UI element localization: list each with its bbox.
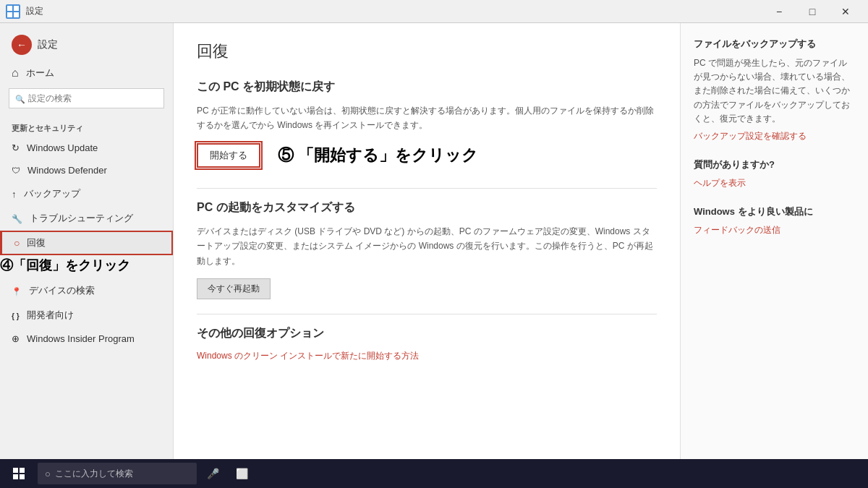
insider-icon bbox=[12, 333, 20, 344]
sidebar-item-label: 開発者向け bbox=[27, 309, 74, 322]
shield-icon bbox=[12, 165, 20, 176]
right-help-title: 質問がありますか? bbox=[694, 158, 855, 171]
sidebar-item-devmode[interactable]: 開発者向け bbox=[0, 303, 173, 328]
taskbar-mic-icon[interactable] bbox=[200, 459, 226, 488]
home-icon bbox=[12, 67, 19, 80]
maximize-button[interactable]: □ bbox=[796, 0, 829, 23]
sidebar-item-recovery[interactable]: 回復 bbox=[0, 231, 173, 255]
restart-now-button[interactable]: 今すぐ再起動 bbox=[197, 278, 271, 299]
section1-title: この PC を初期状態に戻す bbox=[197, 80, 657, 95]
right-backup-title: ファイルをバックアップする bbox=[694, 38, 855, 51]
sidebar-item-label: Windows Update bbox=[27, 142, 98, 153]
home-label: ホーム bbox=[26, 67, 54, 80]
start-btn-container: 開始する ⑤ 「開始する」をクリック bbox=[197, 143, 657, 168]
refresh-icon bbox=[12, 142, 20, 153]
right-feedback-title: Windows をより良い製品に bbox=[694, 205, 855, 218]
search-icon bbox=[15, 92, 25, 105]
sidebar-item-insider[interactable]: Windows Insider Program bbox=[0, 328, 173, 350]
right-section-backup: ファイルをバックアップする PC で問題が発生したら、元のファイルが見つからない… bbox=[694, 38, 855, 142]
sidebar-item-label: 回復 bbox=[27, 236, 46, 249]
help-link[interactable]: ヘルプを表示 bbox=[694, 178, 746, 188]
right-section-help: 質問がありますか? ヘルプを表示 bbox=[694, 158, 855, 189]
section1-desc: PC が正常に動作していない場合は、初期状態に戻すと解決する場合があります。個人… bbox=[197, 103, 657, 133]
windows-taskbar-logo bbox=[13, 468, 25, 479]
sidebar-item-troubleshoot[interactable]: トラブルシューティング bbox=[0, 206, 173, 231]
sidebar-item-label: デバイスの検索 bbox=[29, 284, 95, 297]
mic-icon bbox=[207, 467, 219, 480]
window-controls: − □ ✕ bbox=[762, 0, 862, 23]
devfind-icon bbox=[12, 286, 22, 296]
section2-desc: デバイスまたはディスク (USB ドライブや DVD など) からの起動、PC … bbox=[197, 224, 657, 268]
divider-2 bbox=[197, 314, 657, 314]
taskbar-search-label: ここに入力して検索 bbox=[55, 468, 133, 480]
right-panel: ファイルをバックアップする PC で問題が発生したら、元のファイルが見つからない… bbox=[680, 23, 868, 488]
right-backup-desc: PC で問題が発生したら、元のファイルが見つからない場合、壊れている場合、また削… bbox=[694, 56, 855, 126]
backup-settings-link[interactable]: バックアップ設定を確認する bbox=[694, 131, 807, 141]
app-icon bbox=[6, 4, 20, 19]
recovery-icon bbox=[14, 237, 20, 249]
trouble-icon bbox=[12, 213, 22, 224]
dev-icon bbox=[12, 310, 20, 321]
sidebar: ← 設定 ホーム 更新とセキュリティ Windows Update Window… bbox=[0, 23, 174, 488]
content-area: ← 設定 ホーム 更新とセキュリティ Windows Update Window… bbox=[0, 23, 868, 488]
close-button[interactable]: ✕ bbox=[829, 0, 862, 23]
sidebar-item-label: Windows Insider Program bbox=[27, 333, 135, 344]
sidebar-section-label: 更新とセキュリティ bbox=[0, 117, 173, 137]
title-bar: 設定 − □ ✕ bbox=[0, 0, 868, 23]
sidebar-header: ← 設定 bbox=[0, 23, 173, 61]
feedback-link[interactable]: フィードバックの送信 bbox=[694, 225, 780, 235]
taskbar-search-box[interactable]: ○ ここに入力して検索 bbox=[38, 463, 197, 484]
sidebar-item-devfind[interactable]: デバイスの検索 bbox=[0, 278, 173, 303]
sidebar-item-windows-defender[interactable]: Windows Defender bbox=[0, 159, 173, 181]
divider-1 bbox=[197, 188, 657, 189]
sidebar-item-label: トラブルシューティング bbox=[30, 212, 133, 225]
section3-title: その他の回復オプション bbox=[197, 326, 657, 341]
clean-install-link[interactable]: Windows のクリーン インストールで新たに開始する方法 bbox=[197, 351, 419, 361]
section2-title: PC の起動をカスタマイズする bbox=[197, 200, 657, 215]
main-content: 回復 この PC を初期状態に戻す PC が正常に動作していない場合は、初期状態… bbox=[174, 23, 680, 488]
sidebar-item-label: Windows Defender bbox=[27, 165, 107, 176]
right-section-feedback: Windows をより良い製品に フィードバックの送信 bbox=[694, 205, 855, 236]
backup-icon bbox=[12, 189, 17, 200]
sidebar-item-label: バックアップ bbox=[24, 187, 80, 200]
settings-window: ← 設定 ホーム 更新とセキュリティ Windows Update Window… bbox=[0, 23, 868, 488]
search-box[interactable] bbox=[9, 88, 164, 108]
annotation-5: ⑤ 「開始する」をクリック bbox=[278, 145, 478, 166]
minimize-button[interactable]: − bbox=[762, 0, 796, 23]
annotation-4: ④「回復」をクリック bbox=[0, 257, 130, 275]
sidebar-item-windows-update[interactable]: Windows Update bbox=[0, 137, 173, 159]
start-button[interactable]: 開始する bbox=[197, 143, 260, 168]
window-title: 設定 bbox=[26, 5, 762, 17]
start-button-taskbar[interactable] bbox=[3, 459, 35, 488]
sidebar-item-home[interactable]: ホーム bbox=[0, 61, 173, 85]
taskbar-task-view-icon[interactable] bbox=[229, 459, 255, 488]
page-title: 回復 bbox=[197, 40, 657, 62]
sidebar-app-title: 設定 bbox=[38, 38, 58, 51]
taskbar-search-icon: ○ bbox=[45, 468, 51, 479]
back-button[interactable]: ← bbox=[12, 35, 32, 55]
windows-logo-icon bbox=[7, 6, 19, 17]
task-view-icon bbox=[236, 467, 248, 480]
sidebar-item-backup[interactable]: バックアップ bbox=[0, 181, 173, 206]
taskbar: ○ ここに入力して検索 bbox=[0, 459, 868, 488]
search-input[interactable] bbox=[28, 93, 158, 103]
